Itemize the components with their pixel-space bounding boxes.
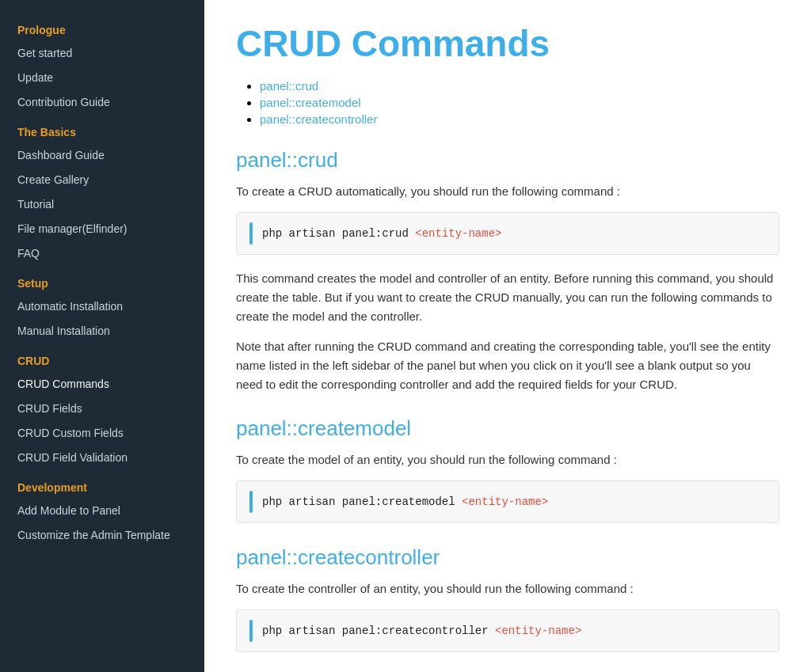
toc-item: panel::crud xyxy=(260,79,779,93)
sidebar-item[interactable]: CRUD Custom Fields xyxy=(0,421,204,446)
sidebar-section-header: Setup xyxy=(0,266,204,294)
sections-container: panel::crudTo create a CRUD automaticall… xyxy=(236,148,779,652)
code-block-accent xyxy=(249,222,253,245)
section-description: To create the controller of an entity, y… xyxy=(236,579,779,598)
sidebar-item[interactable]: Customize the Admin Template xyxy=(0,523,204,548)
code-block: php artisan panel:createmodel <entity-na… xyxy=(236,480,779,523)
code-text: php artisan panel:createcontroller <enti… xyxy=(262,625,581,637)
sidebar-item[interactable]: Create Gallery xyxy=(0,168,204,192)
code-entity: <entity-name> xyxy=(495,625,581,637)
sidebar-section-header: Prologue xyxy=(0,13,204,41)
section-description: To create the model of an entity, you sh… xyxy=(236,450,779,469)
toc-link[interactable]: panel::createcontroller xyxy=(260,112,377,126)
page-title: CRUD Commands xyxy=(236,22,779,65)
section-block: panel::createcontrollerTo create the con… xyxy=(236,545,779,652)
sidebar-item[interactable]: CRUD Commands xyxy=(0,372,204,397)
sidebar-section-header: Development xyxy=(0,470,204,499)
sidebar-section-header: The Basics xyxy=(0,115,204,143)
sidebar-item[interactable]: Get started xyxy=(0,41,204,66)
sidebar-item[interactable]: Dashboard Guide xyxy=(0,143,204,168)
code-entity: <entity-name> xyxy=(415,227,501,240)
sidebar-item[interactable]: Manual Installation xyxy=(0,319,204,344)
section-description: To create a CRUD automatically, you shou… xyxy=(236,182,779,201)
section-title: panel::crud xyxy=(236,148,779,173)
toc-link[interactable]: panel::crud xyxy=(260,79,318,93)
toc-item: panel::createcontroller xyxy=(260,112,779,126)
sidebar-item[interactable]: Update xyxy=(0,66,204,90)
toc-item: panel::createmodel xyxy=(260,96,779,109)
section-block: panel::createmodelTo create the model of… xyxy=(236,416,779,523)
sidebar-item[interactable]: Contribution Guide xyxy=(0,90,204,115)
code-entity: <entity-name> xyxy=(462,495,548,508)
section-extra-paragraph: Note that after running the CRUD command… xyxy=(236,337,779,394)
sidebar-section-header: CRUD xyxy=(0,344,204,372)
sidebar-item[interactable]: Automatic Installation xyxy=(0,294,204,319)
code-text: php artisan panel:createmodel <entity-na… xyxy=(262,495,548,508)
section-extra-paragraph: This command creates the model and contr… xyxy=(236,269,779,326)
sidebar-item[interactable]: Add Module to Panel xyxy=(0,499,204,523)
sidebar-item[interactable]: Tutorial xyxy=(0,192,204,217)
toc-link[interactable]: panel::createmodel xyxy=(260,96,361,109)
section-title: panel::createmodel xyxy=(236,416,779,441)
section-block: panel::crudTo create a CRUD automaticall… xyxy=(236,148,779,394)
code-block: php artisan panel:createcontroller <enti… xyxy=(236,609,779,652)
section-title: panel::createcontroller xyxy=(236,545,779,570)
code-block-accent xyxy=(249,491,253,513)
sidebar-item[interactable]: CRUD Field Validation xyxy=(0,446,204,470)
code-text: php artisan panel:crud <entity-name> xyxy=(262,227,501,240)
toc-list: panel::crudpanel::createmodelpanel::crea… xyxy=(236,79,779,126)
sidebar: PrologueGet startedUpdateContribution Gu… xyxy=(0,0,204,672)
sidebar-item[interactable]: CRUD Fields xyxy=(0,397,204,421)
sidebar-item[interactable]: File manager(Elfinder) xyxy=(0,217,204,241)
code-block: php artisan panel:crud <entity-name> xyxy=(236,212,779,255)
main-content: CRUD Commands panel::crudpanel::createmo… xyxy=(204,0,811,672)
code-block-accent xyxy=(249,620,253,642)
sidebar-item[interactable]: FAQ xyxy=(0,241,204,266)
